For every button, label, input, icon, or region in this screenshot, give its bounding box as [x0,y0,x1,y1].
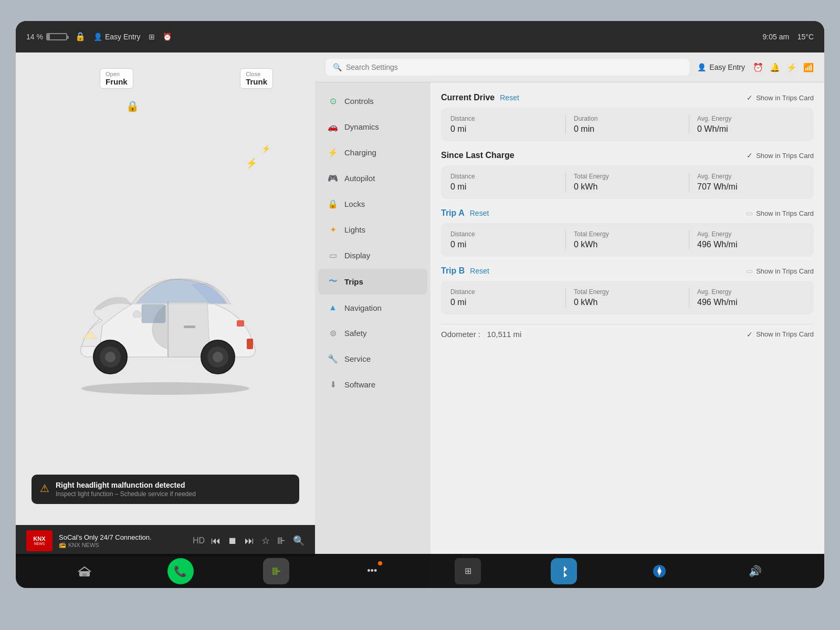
current-drive-show-trips[interactable]: ✓ Show in Trips Card [747,93,814,102]
safety-icon: ⊚ [328,328,338,338]
tripa-avgenergy-value: 496 Wh/mi [697,240,804,249]
nav-controls-label: Controls [344,97,374,106]
bluetooth-nav-icon[interactable] [551,558,577,584]
stat-divider-8 [689,288,689,307]
current-drive-reset[interactable]: Reset [500,93,519,102]
trip-b-section: Trip B Reset ▭ Show in Trips Card Distan… [441,266,814,314]
equalizer-button[interactable]: ⊪ [277,535,286,547]
slc-distance-label: Distance [450,173,558,180]
tripa-avgenergy-stat: Avg. Energy 496 Wh/mi [697,230,804,249]
battery-percent: 14 % [26,33,43,41]
station-icon: 📻 [59,541,66,548]
search-box[interactable]: 🔍 [326,59,689,76]
nav-controls[interactable]: ⊙ Controls [318,89,427,113]
phone-icon[interactable]: 📞 [167,558,194,584]
apps-icon[interactable]: ••• [359,558,385,584]
status-user[interactable]: 👤 Easy Entry [93,33,141,41]
stat-divider-4 [689,173,689,192]
main-content: Open Frunk Close Trunk 🔒 ⚡ ⚡ [16,52,824,588]
car-home-icon[interactable] [71,558,98,584]
odometer-value: 10,511 mi [487,330,522,339]
nav-software-label: Software [344,380,375,389]
current-drive-title: Current Drive [441,93,495,102]
bluetooth-header-icon[interactable]: ⚡ [786,62,797,72]
alert-subtitle: Inspect light function – Schedule servic… [56,490,196,498]
current-duration-value: 0 min [574,124,681,134]
trip-b-title: Trip B [441,266,465,276]
current-distance-label: Distance [450,115,558,122]
alert-warning-icon: ⚠ [40,482,49,495]
trips-content: Current Drive Reset ✓ Show in Trips Card… [430,82,824,588]
trip-b-show-trips[interactable]: ▭ Show in Trips Card [746,267,814,275]
left-panel: Open Frunk Close Trunk 🔒 ⚡ ⚡ [16,52,315,588]
media-title: SoCal's Only 24/7 Connection. [59,533,186,541]
search-input[interactable] [346,63,682,71]
tripa-totalenergy-stat: Total Energy 0 kWh [574,230,681,249]
search-media-button[interactable]: 🔍 [293,535,304,547]
nav-display[interactable]: ▭ Display [318,243,427,268]
trip-b-header: Trip B Reset ▭ Show in Trips Card [441,266,814,276]
station-name: KNX NEWS [68,542,99,548]
trip-b-stats: Distance 0 mi Total Energy 0 kWh Avg. En… [441,281,814,314]
stat-divider-1 [565,115,566,134]
current-drive-section: Current Drive Reset ✓ Show in Trips Card… [441,93,814,141]
favorite-button[interactable]: ☆ [261,535,270,547]
odometer-show-trips[interactable]: ✓ Show in Trips Card [747,330,814,339]
temp-display: 15°C [797,33,814,41]
maps-nav-icon[interactable] [646,558,673,584]
since-last-charge-header: Since Last Charge ✓ Show in Trips Card [441,151,814,160]
nav-lights[interactable]: ✦ Lights [318,217,427,242]
nav-charging-label: Charging [344,148,376,157]
nav-navigation[interactable]: ▲ Navigation [318,296,427,320]
nav-navigation-label: Navigation [344,303,382,312]
tripa-distance-label: Distance [450,230,558,238]
notification-dot [378,561,382,565]
stop-button[interactable]: ⏹ [228,536,237,547]
nav-display-label: Display [344,251,370,260]
notification-icon[interactable]: 🔔 [770,62,780,72]
nav-autopilot-label: Autopilot [344,174,375,183]
since-last-charge-show-trips[interactable]: ✓ Show in Trips Card [747,151,814,160]
nav-autopilot[interactable]: 🎮 Autopilot [318,166,427,191]
stat-divider-5 [565,230,566,249]
nav-service[interactable]: 🔧 Service [318,346,427,371]
nav-software[interactable]: ⬇ Software [318,372,427,397]
volume-icon[interactable]: 🔊 [742,558,769,584]
tripa-distance-value: 0 mi [450,240,558,249]
nav-trips[interactable]: 〜 Trips [318,269,427,295]
svg-rect-9 [247,339,253,349]
current-drive-checkmark: ✓ [747,93,753,102]
nav-safety[interactable]: ⊚ Safety [318,321,427,345]
alert-title: Right headlight malfunction detected [56,481,196,489]
nav-charging[interactable]: ⚡ Charging [318,140,427,165]
trip-b-reset[interactable]: Reset [470,267,489,275]
nav-dynamics[interactable]: 🚗 Dynamics [318,114,427,139]
alarm-header-icon[interactable]: ⏰ [753,62,763,72]
bottom-bar: 📞 ⊪ ••• ⊞ 🔊 [16,554,824,588]
media-player: KNX NEWS SoCal's Only 24/7 Connection. 📻… [16,525,315,556]
hd-icon: HD [193,536,205,545]
tablet-icon: ⊞ [149,33,155,41]
media-controls: ⏮ ⏹ ⏭ ☆ ⊪ 🔍 [211,535,304,547]
trip-a-stats: Distance 0 mi Total Energy 0 kWh Avg. En… [441,223,814,257]
slc-avgenergy-value: 707 Wh/mi [697,182,804,192]
header-user-icon: 👤 [697,63,706,71]
alert-banner[interactable]: ⚠ Right headlight malfunction detected I… [32,475,299,504]
trip-a-reset[interactable]: Reset [470,209,489,217]
media-info: SoCal's Only 24/7 Connection. 📻 KNX NEWS [59,533,186,548]
trip-a-show-label: Show in Trips Card [756,209,814,217]
trip-a-show-trips[interactable]: ▭ Show in Trips Card [746,209,814,217]
prev-button[interactable]: ⏮ [211,536,220,547]
station-knx: KNX [33,536,45,542]
nav-service-label: Service [344,354,371,363]
next-button[interactable]: ⏭ [245,536,254,547]
user-icon: 👤 [93,33,102,41]
audio-icon[interactable]: ⊪ [263,558,289,584]
alert-text: Right headlight malfunction detected Ins… [56,481,196,498]
header-icons: ⏰ 🔔 ⚡ 📶 [753,62,814,72]
charging-icon: ⚡ [328,148,338,158]
nav-locks[interactable]: 🔒 Locks [318,192,427,216]
settings-body: ⊙ Controls 🚗 Dynamics ⚡ Charging 🎮 Autop… [315,82,824,588]
energy-monitor-icon[interactable]: ⊞ [455,558,481,584]
slc-totalenergy-value: 0 kWh [574,182,681,192]
